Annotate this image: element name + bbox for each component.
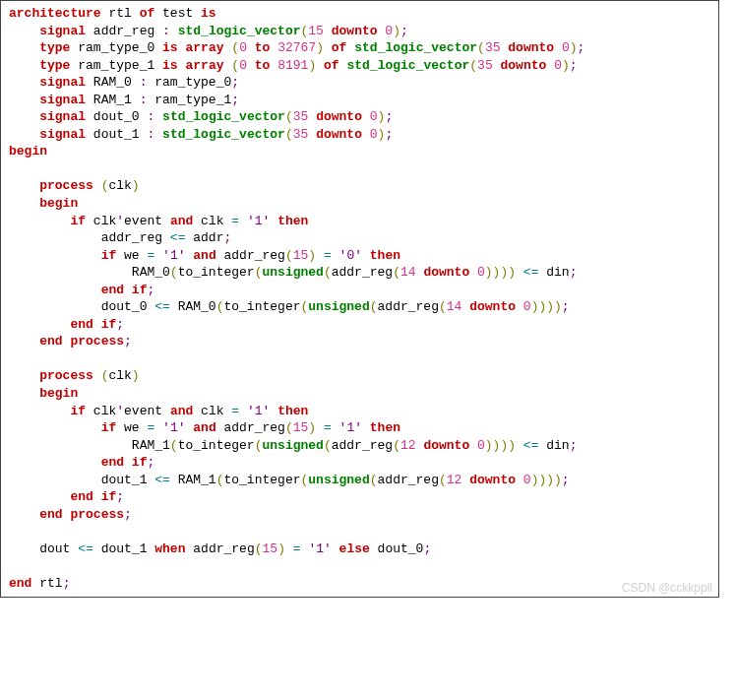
code-line: process (clk): [9, 177, 710, 195]
code-line: dout <= dout_1 when addr_reg(15) = '1' e…: [9, 541, 710, 558]
code-line: RAM_0(to_integer(unsigned(addr_reg(14 do…: [9, 264, 710, 282]
code-line: end rtl;: [9, 575, 710, 593]
code-line: if clk'event and clk = '1' then: [9, 403, 710, 420]
code-line: signal RAM_1 : ram_type_1;: [9, 92, 710, 109]
code-line: signal dout_1 : std_logic_vector(35 down…: [9, 126, 710, 144]
code-line: begin: [9, 143, 710, 160]
code-line: if clk'event and clk = '1' then: [9, 213, 710, 230]
code-line: if we = '1' and addr_reg(15) = '0' then: [9, 247, 710, 265]
code-line: end if;: [9, 488, 710, 506]
code-line: if we = '1' and addr_reg(15) = '1' then: [9, 419, 710, 437]
watermark: CSDN @cckkppll: [622, 581, 712, 595]
code-line: begin: [9, 385, 710, 403]
code-line: type ram_type_1 is array (0 to 8191) of …: [9, 57, 710, 75]
code-line: addr_reg <= addr;: [9, 229, 710, 247]
code-line: [9, 523, 710, 541]
code-line: end process;: [9, 333, 710, 350]
code-line: [9, 558, 710, 576]
code-line: end process;: [9, 506, 710, 524]
code-line: process (clk): [9, 367, 710, 385]
code-line: begin: [9, 195, 710, 213]
code-line: signal RAM_0 : ram_type_0;: [9, 74, 710, 92]
code-line: end if;: [9, 316, 710, 334]
code-line: [9, 350, 710, 368]
code-line: [9, 160, 710, 178]
code-line: end if;: [9, 454, 710, 472]
code-line: type ram_type_0 is array (0 to 32767) of…: [9, 39, 710, 57]
code-line: signal addr_reg : std_logic_vector(15 do…: [9, 23, 710, 40]
code-line: architecture rtl of test is: [9, 5, 710, 23]
code-line: RAM_1(to_integer(unsigned(addr_reg(12 do…: [9, 437, 710, 455]
code-line: dout_0 <= RAM_0(to_integer(unsigned(addr…: [9, 298, 710, 316]
code-block: architecture rtl of test is signal addr_…: [0, 0, 719, 598]
code-line: signal dout_0 : std_logic_vector(35 down…: [9, 108, 710, 126]
code-line: end if;: [9, 282, 710, 299]
code-line: dout_1 <= RAM_1(to_integer(unsigned(addr…: [9, 472, 710, 489]
